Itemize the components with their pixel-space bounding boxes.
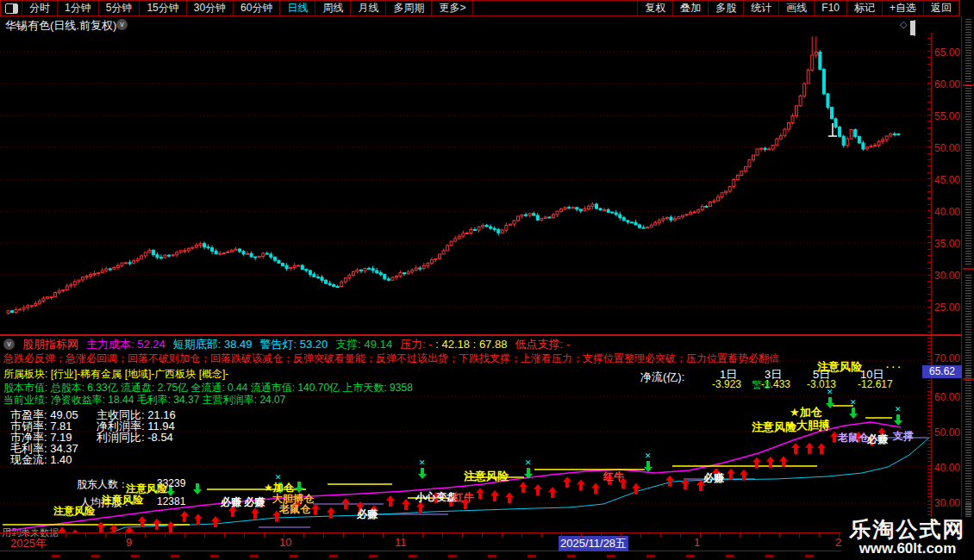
axis-tick	[502, 533, 503, 538]
indicator-field-5: 低点支撑: -	[515, 337, 570, 352]
bottom-tick	[329, 555, 338, 557]
toolbar-button-adjust[interactable]: 复权	[638, 1, 673, 16]
indicator-field-3: 支撑: 49.14	[335, 337, 392, 352]
indicator-axis-label: 30.00	[934, 497, 960, 509]
toolbar-button-back[interactable]: 返回	[924, 1, 959, 16]
bottom-tick	[250, 555, 259, 557]
period-tab-more[interactable]: 更多>	[432, 1, 473, 16]
period-tab-5min[interactable]: 5分钟	[99, 1, 140, 16]
period-tab-60min[interactable]: 60分钟	[234, 1, 280, 16]
main-candlestick-chart[interactable]	[0, 33, 931, 336]
svg-text:✕: ✕	[895, 405, 902, 414]
indicator-header: v 股朋指标网 主力成本: 52.24短期底部: 38.49警告灯: 53.20…	[3, 338, 570, 351]
main-axis-label: 60.00	[934, 78, 960, 90]
date-axis: 2025年910112025/11/28五12	[0, 532, 974, 551]
svg-text:✕: ✕	[645, 451, 652, 460]
main-axis-label: 45.00	[934, 174, 960, 186]
axis-tick	[145, 533, 146, 538]
main-axis-label: 55.00	[934, 110, 960, 122]
indicator-values: 主力成本: 52.24短期底部: 38.49警告灯: 53.20支撑: 49.1…	[86, 337, 570, 352]
annotation-11: 小心变盘	[415, 490, 457, 505]
axis-tick	[442, 533, 443, 538]
advice-line: 急跌必反弹；急涨必回调；回落不破则加仓；回落跌破该减仓；反弹突破看量能；反弹不过…	[3, 352, 779, 366]
period-tab-15min[interactable]: 15分钟	[140, 1, 186, 16]
toolbar-button-f10[interactable]: F10	[815, 1, 847, 16]
main-axis-label: 40.00	[934, 206, 960, 218]
annotation-12: 红牛	[453, 490, 474, 505]
date-label-2: 10	[279, 536, 291, 549]
bottom-tick	[171, 555, 179, 557]
bottom-tick	[607, 555, 615, 557]
title-bar: 华锡有色(日线.前复权) v ◇	[0, 16, 960, 33]
annotation-19: 注意风险	[102, 493, 143, 507]
date-label-0: 2025年	[10, 536, 47, 551]
axis-tick	[303, 533, 304, 538]
window-icon[interactable]	[914, 21, 915, 36]
svg-text:✕: ✕	[525, 458, 532, 467]
period-tab-30min[interactable]: 30分钟	[187, 1, 234, 16]
bottom-tick	[528, 555, 536, 557]
toolbar-button-overlay[interactable]: 叠加	[673, 1, 709, 16]
period-tab-1min[interactable]: 1分钟	[58, 1, 99, 16]
bottom-tick	[448, 555, 457, 557]
main-axis-label: 30.00	[934, 270, 960, 282]
period-tab-daily[interactable]: 日线	[280, 1, 315, 16]
diamond-icon[interactable]: ◇	[900, 19, 907, 30]
annotation-10: 注意风险	[464, 469, 509, 484]
axis-tick	[85, 533, 86, 538]
sector-line: 所属板块: [行业]-稀有金属 [地域]-广西板块 [概念]-	[3, 367, 228, 382]
indicator-field-4: 压力: - : 42.18 : 67.88	[400, 337, 507, 352]
period-tab-multi-period[interactable]: 多周期	[386, 1, 432, 16]
axis-tick	[640, 533, 641, 538]
toolbar-button-multi-stock[interactable]: 多股	[709, 1, 744, 16]
period-tab-fenshi[interactable]: 分时	[22, 1, 58, 16]
indicator-field-value: 38.49	[224, 338, 253, 351]
axis-tick	[621, 533, 621, 538]
indicator-field-value: : 42.18 : 67.88	[435, 338, 507, 351]
axis-tick	[284, 533, 284, 538]
axis-tick	[165, 533, 165, 538]
toolbar-button-add-watchlist[interactable]: +自选	[883, 1, 924, 16]
bottom-tick	[765, 555, 774, 557]
axis-tick	[343, 533, 344, 538]
toolbar-button-statistics[interactable]: 统计	[744, 1, 779, 16]
axis-tick	[759, 533, 760, 538]
layout-split-icon[interactable]	[1, 1, 22, 16]
annotation-4: 注意风险	[752, 420, 796, 435]
toolbar-button-draw-line[interactable]: 画线	[779, 1, 815, 16]
strip-divider	[963, 268, 974, 270]
watermark-title: 乐淘公式网	[841, 517, 974, 541]
collapse-icon[interactable]: v	[3, 339, 15, 350]
annotation-13: 必赚	[357, 507, 378, 522]
annotation-20: 注意风险	[53, 504, 95, 519]
indicator-field-0: 主力成本: 52.24	[86, 337, 165, 352]
axis-tick	[541, 533, 542, 538]
annotation-8: 必赚	[703, 471, 724, 486]
period-tabs: 分时1分钟5分钟15分钟30分钟60分钟日线周线月线多周期更多>	[22, 1, 473, 16]
main-axis-ticks	[927, 38, 931, 334]
right-vertical-toolbar[interactable]	[963, 16, 974, 560]
axis-tick	[561, 533, 562, 538]
chevron-down-icon[interactable]: v	[116, 19, 128, 30]
period-tab-weekly[interactable]: 周线	[315, 1, 351, 16]
metric-row: 利润同比: -8.54	[97, 430, 173, 445]
annotation-6: 必赚	[867, 432, 888, 447]
axis-tick	[779, 533, 780, 538]
axis-tick	[482, 533, 483, 538]
period-tab-monthly[interactable]: 月线	[351, 1, 386, 16]
axis-tick	[125, 533, 126, 538]
bottom-tick	[131, 555, 140, 557]
indicator-axis-label: 50.00	[934, 426, 960, 439]
date-label-4: 2025/11/28五	[559, 536, 628, 551]
annotation-0: 注意风险	[817, 359, 862, 375]
strip-segment-0	[965, 19, 971, 83]
axis-tick	[105, 533, 106, 538]
axis-tick	[462, 533, 463, 538]
annotation-17: 老鼠仓	[279, 502, 310, 517]
netflow-value-2: -3.013	[807, 378, 836, 390]
stock-title: 华锡有色(日线.前复权)	[5, 18, 116, 34]
bottom-tick	[726, 555, 734, 557]
date-label-1: 9	[126, 536, 132, 549]
last-value-badge: 65.62	[922, 365, 962, 378]
toolbar-button-mark[interactable]: 标记	[847, 1, 883, 16]
